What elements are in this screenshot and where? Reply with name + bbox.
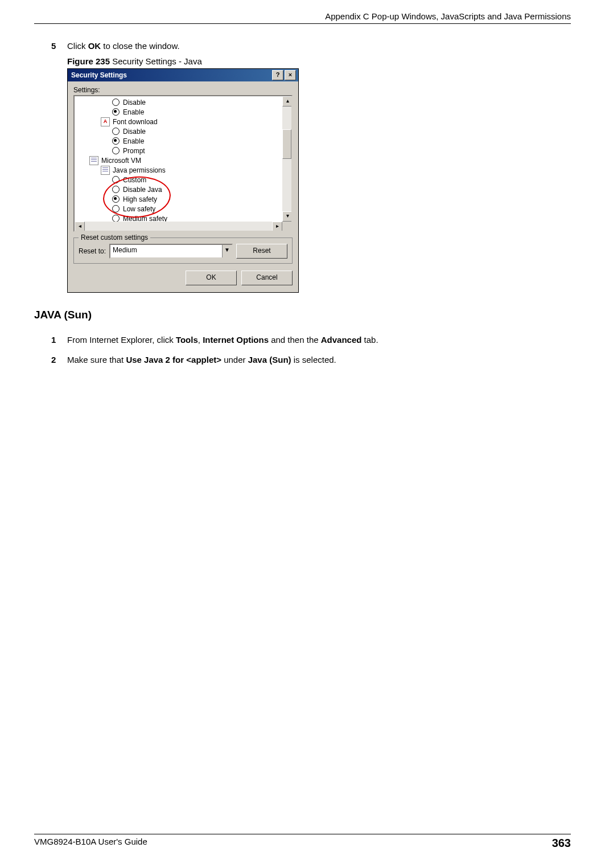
page-header: Appendix C Pop-up Windows, JavaScripts a… (34, 11, 571, 24)
radio-label: Low safety (123, 205, 155, 213)
radio-label: Disable Java (123, 186, 162, 194)
radio-label: Disable (123, 128, 146, 136)
t: under (221, 355, 248, 365)
radio-label: Enable (123, 137, 144, 145)
group-java-permissions: Java permissions (77, 165, 291, 175)
titlebar-text: Security Settings (70, 71, 271, 79)
t: From Internet Explorer, click (67, 335, 176, 345)
step-5-text-a: Click (67, 41, 88, 51)
bold-tools: Tools (176, 335, 198, 345)
t: , (198, 335, 203, 345)
radio-label: Enable (123, 108, 144, 116)
step-2: 2 Make sure that Use Java 2 for <applet>… (51, 355, 571, 365)
scroll-thumb[interactable] (282, 129, 291, 159)
cancel-button[interactable]: Cancel (241, 271, 293, 285)
scroll-track[interactable] (282, 107, 291, 211)
radio-high-safety[interactable]: High safety (77, 194, 291, 204)
close-button[interactable]: × (285, 70, 296, 80)
radio-enable-2[interactable]: Enable (77, 136, 291, 146)
page-footer: VMG8924-B10A User's Guide 363 (34, 834, 571, 850)
group-label: Java permissions (113, 166, 166, 174)
footer-guide-name: VMG8924-B10A User's Guide (34, 837, 147, 850)
scroll-down-icon[interactable]: ▾ (282, 211, 293, 222)
dialog-body: Settings: Disable Enable AFont download … (68, 81, 298, 292)
page-icon (89, 156, 98, 165)
figure-caption-text: Security Settings - Java (110, 56, 202, 66)
radio-label: Disable (123, 99, 146, 107)
radio-disable-1[interactable]: Disable (77, 97, 291, 107)
t: tab. (361, 335, 378, 345)
radio-low-safety[interactable]: Low safety (77, 204, 291, 214)
fieldset-legend: Reset custom settings (79, 234, 150, 241)
ok-button[interactable]: OK (186, 271, 237, 285)
figure-label: Figure 235 (67, 56, 110, 66)
scroll-track[interactable] (85, 222, 272, 231)
chevron-down-icon[interactable]: ▼ (222, 245, 232, 257)
vertical-scrollbar[interactable]: ▴ ▾ (282, 96, 291, 222)
page-icon (101, 166, 110, 175)
group-label: Font download (113, 118, 158, 126)
step-1-num: 1 (51, 335, 67, 345)
radio-label: Custom (123, 176, 146, 184)
reset-fieldset: Reset custom settings Reset to: Medium ▼… (73, 238, 293, 264)
radio-label: High safety (123, 195, 157, 203)
radio-disable-java[interactable]: Disable Java (77, 185, 291, 194)
dialog-button-row: OK Cancel (73, 271, 293, 285)
security-settings-dialog: Security Settings ? × Settings: Disable … (67, 68, 299, 293)
step-5: 5 Click OK to close the window. (51, 41, 571, 51)
step-2-body: Make sure that Use Java 2 for <applet> u… (67, 355, 571, 365)
settings-tree[interactable]: Disable Enable AFont download Disable En… (73, 95, 293, 232)
reset-label: Reset to: (79, 247, 106, 255)
reset-combo-value: Medium (110, 245, 222, 257)
radio-custom[interactable]: Custom (77, 175, 291, 185)
reset-combo[interactable]: Medium ▼ (109, 244, 233, 259)
scroll-corner (282, 222, 291, 231)
header-title: Appendix C Pop-up Windows, JavaScripts a… (325, 11, 571, 21)
t: Make sure that (67, 355, 126, 365)
reset-button[interactable]: Reset (236, 244, 287, 259)
tree-inner: Disable Enable AFont download Disable En… (77, 97, 291, 232)
step-5-body: Click OK to close the window. (67, 41, 571, 51)
section-heading-java-sun: JAVA (Sun) (34, 309, 571, 321)
page: Appendix C Pop-up Windows, JavaScripts a… (0, 0, 605, 868)
step-5-text-c: to close the window. (101, 41, 179, 51)
radio-disable-2[interactable]: Disable (77, 126, 291, 136)
group-label: Microsoft VM (101, 157, 141, 165)
group-font-download: AFont download (77, 117, 291, 126)
bold-internet-options: Internet Options (203, 335, 269, 345)
footer-page-number: 363 (552, 837, 571, 850)
titlebar: Security Settings ? × (68, 69, 298, 81)
bold-advanced: Advanced (321, 335, 362, 345)
scroll-up-icon[interactable]: ▴ (282, 96, 293, 107)
radio-enable-1[interactable]: Enable (77, 107, 291, 117)
settings-label: Settings: (73, 86, 293, 94)
t: and then the (269, 335, 321, 345)
figure-caption: Figure 235 Security Settings - Java (67, 56, 571, 66)
step-1: 1 From Internet Explorer, click Tools, I… (51, 335, 571, 345)
bold-use-java2: Use Java 2 for <applet> (126, 355, 221, 365)
step-5-num: 5 (51, 41, 67, 51)
t: is selected. (291, 355, 336, 365)
scroll-right-icon[interactable]: ▸ (272, 222, 282, 232)
horizontal-scrollbar[interactable]: ◂ ▸ (75, 222, 282, 231)
scroll-left-icon[interactable]: ◂ (75, 222, 85, 232)
step-2-num: 2 (51, 355, 67, 365)
step-1-body: From Internet Explorer, click Tools, Int… (67, 335, 571, 345)
radio-label: Prompt (123, 147, 145, 155)
help-button[interactable]: ? (272, 70, 283, 80)
radio-prompt[interactable]: Prompt (77, 146, 291, 155)
step-5-bold: OK (88, 41, 101, 51)
bold-java-sun: Java (Sun) (248, 355, 291, 365)
reset-row: Reset to: Medium ▼ Reset (79, 244, 287, 259)
group-microsoft-vm: Microsoft VM (77, 155, 291, 165)
font-icon: A (101, 117, 110, 126)
